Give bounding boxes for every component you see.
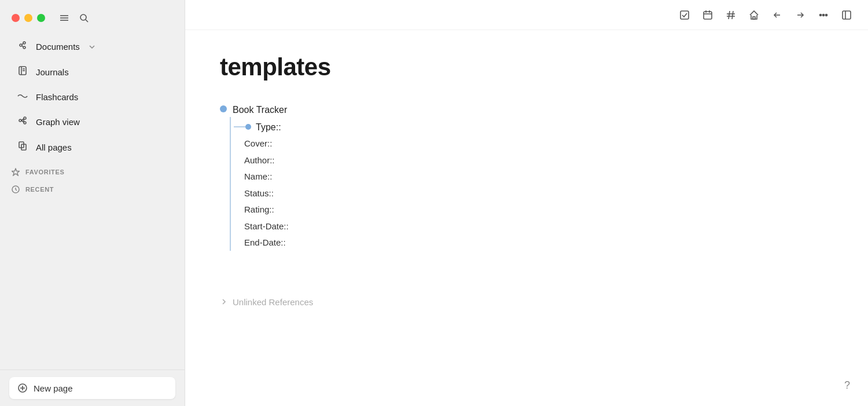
nested-area: Type:: Cover:: Author:: Name:: Status:: …: [223, 119, 833, 251]
block-container: Book Tracker Type::: [220, 102, 833, 251]
svg-marker-22: [12, 169, 20, 175]
svg-rect-28: [704, 12, 712, 19]
svg-line-8: [22, 43, 23, 45]
new-page-label: New page: [34, 383, 73, 393]
favorites-section: FAVORITES: [0, 164, 185, 177]
calendar-icon: [703, 10, 713, 20]
hamburger-menu-button[interactable]: [57, 10, 72, 25]
hashtag-button[interactable]: [721, 6, 741, 24]
unlinked-references-label: Unlinked References: [233, 297, 313, 307]
back-button[interactable]: [767, 6, 787, 24]
journals-label: Journals: [36, 67, 69, 77]
sidebar-nav: Documents Journals: [0, 31, 185, 370]
flashcards-icon: [16, 91, 29, 103]
documents-icon: [16, 40, 29, 53]
calendar-button[interactable]: [698, 6, 718, 24]
all-pages-icon: [16, 141, 29, 154]
svg-point-14: [19, 119, 21, 122]
sidebar-icon: [841, 10, 852, 20]
home-icon: [749, 10, 759, 20]
sidebar-item-documents[interactable]: Documents: [5, 34, 180, 59]
sidebar-item-all-pages[interactable]: All pages: [5, 135, 180, 160]
plus-circle-icon: [17, 383, 28, 393]
svg-point-7: [23, 46, 25, 49]
close-button[interactable]: [12, 14, 20, 22]
svg-point-5: [20, 44, 22, 46]
svg-line-33: [732, 11, 733, 19]
arrow-left-icon: [772, 10, 782, 20]
arrow-right-icon: [795, 10, 806, 20]
svg-point-6: [23, 42, 25, 44]
svg-rect-27: [681, 11, 689, 19]
prop-items: Cover:: Author:: Name:: Status:: Rating:…: [244, 136, 289, 251]
prop-author[interactable]: Author::: [244, 152, 289, 169]
sidebar-toggle-button[interactable]: [837, 6, 856, 24]
toolbar: [185, 0, 868, 30]
svg-point-39: [820, 14, 822, 16]
prop-rating[interactable]: Rating::: [244, 202, 289, 218]
graph-view-label: Graph view: [36, 117, 80, 127]
new-page-button[interactable]: New page: [9, 377, 175, 399]
bullet-dot: [220, 105, 227, 112]
recent-label: RECENT: [25, 186, 54, 193]
favorites-label: FAVORITES: [25, 169, 64, 175]
all-pages-label: All pages: [36, 142, 72, 152]
chevron-right-icon: [220, 298, 228, 306]
star-icon: [12, 168, 20, 176]
prop-type[interactable]: Type::: [256, 119, 281, 136]
prop-end-date[interactable]: End-Date::: [244, 235, 289, 251]
tree-v-line-container: [223, 119, 235, 251]
tree-h-line: [234, 126, 245, 127]
documents-label: Documents: [36, 42, 80, 52]
home-button[interactable]: [744, 6, 764, 24]
maximize-button[interactable]: [37, 14, 45, 22]
hashtag-icon: [726, 10, 736, 20]
traffic-lights: [0, 0, 185, 31]
recent-icon: [12, 185, 20, 193]
properties-block: Type:: Cover:: Author:: Name:: Status:: …: [244, 119, 289, 251]
svg-point-41: [826, 14, 827, 16]
checkbox-icon: [679, 10, 690, 20]
svg-rect-42: [843, 11, 851, 19]
help-label: ?: [844, 379, 850, 392]
tree-vertical-line: [230, 117, 231, 251]
main-content: templates Book Tracker Typ: [185, 0, 868, 406]
prop-connector-row: Type::: [244, 119, 289, 136]
forward-button[interactable]: [790, 6, 810, 24]
prop-name[interactable]: Name::: [244, 169, 289, 185]
search-button[interactable]: [76, 10, 91, 25]
unlinked-references[interactable]: Unlinked References: [220, 297, 833, 307]
sidebar-footer: New page: [0, 370, 185, 406]
sidebar: Documents Journals: [0, 0, 185, 406]
svg-line-32: [729, 11, 730, 19]
prop-cover[interactable]: Cover::: [244, 136, 289, 152]
prop-start-date[interactable]: Start-Date::: [244, 218, 289, 235]
journals-icon: [16, 65, 29, 79]
prop-status[interactable]: Status::: [244, 185, 289, 202]
svg-line-4: [86, 20, 88, 22]
svg-rect-36: [753, 17, 755, 19]
recent-section: RECENT: [0, 182, 185, 195]
svg-point-3: [80, 14, 86, 20]
help-button[interactable]: ?: [838, 376, 856, 394]
graph-view-icon: [16, 115, 29, 129]
content-area: templates Book Tracker Typ: [185, 30, 868, 406]
page-title[interactable]: templates: [220, 53, 833, 81]
sidebar-item-journals[interactable]: Journals: [5, 60, 180, 85]
flashcards-label: Flashcards: [36, 92, 78, 102]
sidebar-item-flashcards[interactable]: Flashcards: [5, 85, 180, 109]
minimize-button[interactable]: [24, 14, 32, 22]
svg-line-9: [22, 46, 23, 47]
more-button[interactable]: [814, 6, 833, 24]
block-book-tracker: Book Tracker: [220, 102, 833, 118]
sidebar-item-graph-view[interactable]: Graph view: [5, 109, 180, 134]
chevron-down-icon: [88, 43, 96, 51]
svg-point-40: [823, 14, 825, 16]
ellipsis-icon: [818, 10, 829, 20]
todo-button[interactable]: [675, 6, 694, 24]
sub-bullet-dot: [245, 124, 251, 130]
block-text-book-tracker[interactable]: Book Tracker: [233, 102, 287, 118]
